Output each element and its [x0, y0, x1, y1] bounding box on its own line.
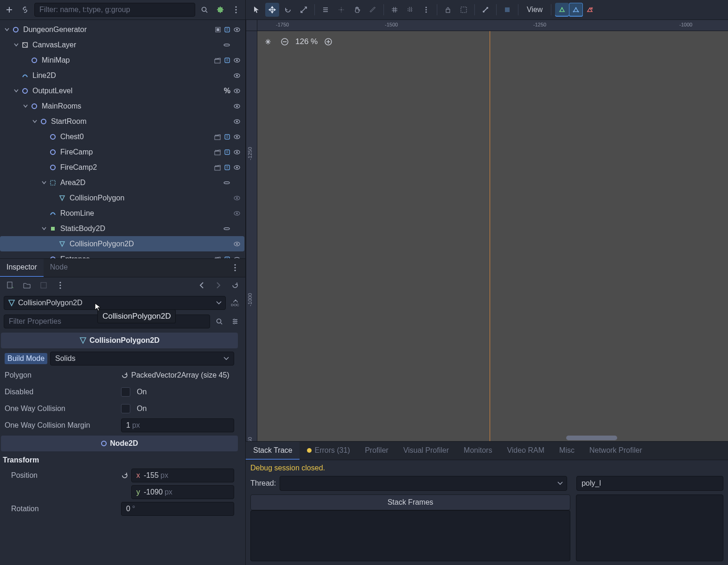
tab-video-ram[interactable]: Video RAM: [499, 442, 552, 460]
ruler-tool-icon[interactable]: [366, 3, 380, 17]
inspector-filter-settings-icon[interactable]: [229, 315, 242, 328]
doc-icon[interactable]: DOC: [229, 296, 242, 309]
expand-icon[interactable]: [3, 28, 11, 32]
tree-row[interactable]: Area2D: [0, 175, 244, 190]
eye-icon[interactable]: [233, 103, 241, 109]
script-icon[interactable]: [224, 26, 230, 33]
history-refresh-icon[interactable]: [229, 279, 242, 292]
rotate-tool-icon[interactable]: [281, 3, 295, 17]
tree-row[interactable]: RoomLine: [0, 205, 244, 221]
tab-network-profiler[interactable]: Network Profiler: [582, 442, 650, 460]
tree-row[interactable]: MiniMap: [0, 52, 244, 68]
inspector-object-select[interactable]: CollisionPolygon2D: [4, 296, 226, 310]
eye-icon[interactable]: [233, 88, 241, 94]
build-mode-select[interactable]: Solids: [50, 352, 234, 366]
revert-icon[interactable]: [121, 472, 128, 479]
tab-node[interactable]: Node: [44, 259, 74, 277]
scene-menu-icon[interactable]: [230, 3, 243, 16]
thread-select[interactable]: [280, 476, 567, 491]
expand-icon[interactable]: [12, 89, 20, 93]
tree-row[interactable]: FireCamp: [0, 144, 244, 160]
eye-icon[interactable]: [233, 118, 241, 125]
tree-row[interactable]: StaticBody2D: [0, 221, 244, 236]
tab-visual-profiler[interactable]: Visual Profiler: [396, 442, 456, 460]
expand-icon[interactable]: [31, 120, 39, 123]
poly-delete-icon[interactable]: [583, 3, 597, 17]
owc-checkbox[interactable]: [121, 404, 130, 413]
wrap-icon[interactable]: [223, 42, 230, 48]
eye-icon[interactable]: [233, 241, 241, 247]
tree-row[interactable]: FireCamp2: [0, 160, 244, 175]
pivot-tool-icon[interactable]: [334, 3, 348, 17]
lock-icon[interactable]: [441, 3, 455, 17]
tab-inspector[interactable]: Inspector: [0, 259, 44, 277]
wrap-icon[interactable]: [223, 226, 230, 231]
eyeh-icon[interactable]: [233, 210, 241, 217]
poly-create-icon[interactable]: [555, 3, 569, 17]
snap-grid-icon[interactable]: [388, 3, 402, 17]
tree-row[interactable]: StartRoom: [0, 114, 244, 129]
tree-row[interactable]: Entrance: [0, 251, 244, 258]
tab-profiler[interactable]: Profiler: [358, 442, 396, 460]
clap-icon[interactable]: [214, 134, 221, 140]
tree-row[interactable]: CollisionPolygon2D: [0, 236, 244, 251]
add-node-icon[interactable]: [3, 3, 16, 16]
ruler-vertical[interactable]: -1250-1000-750: [246, 31, 257, 441]
inspector-node2d-header[interactable]: Node2D: [1, 436, 238, 451]
inspector-body[interactable]: CollisionPolygon2D Build Mode Solids Pol…: [0, 331, 245, 565]
history-back-icon[interactable]: [195, 279, 208, 292]
clap-icon[interactable]: [214, 57, 221, 64]
new-resource-icon[interactable]: [4, 279, 17, 292]
tree-row[interactable]: Line2D: [0, 68, 244, 83]
scene-tool-icon[interactable]: [214, 3, 227, 16]
inspector-extra-menu-icon[interactable]: [54, 279, 67, 292]
expand-icon[interactable]: [21, 104, 30, 108]
tab-misc[interactable]: Misc: [552, 442, 582, 460]
pan-tool-icon[interactable]: [350, 3, 364, 17]
owcm-value-box[interactable]: 1 px: [121, 418, 234, 432]
tree-row[interactable]: DungeonGenerator: [0, 22, 244, 37]
clap-icon[interactable]: [214, 164, 221, 171]
polygon-value[interactable]: PackedVector2Array (size 45): [131, 371, 230, 379]
inspector-menu-icon[interactable]: [229, 261, 242, 274]
search-icon[interactable]: [198, 3, 211, 16]
history-fwd-icon[interactable]: [212, 279, 225, 292]
group-icon[interactable]: [457, 3, 471, 17]
zoom-text[interactable]: 126 %: [295, 37, 318, 46]
tree-row[interactable]: OutputLevel%: [0, 83, 244, 98]
eye-icon[interactable]: [233, 164, 241, 171]
select-tool-icon[interactable]: [249, 3, 263, 17]
snap-menu-icon[interactable]: [419, 3, 433, 17]
expand-icon[interactable]: [40, 181, 48, 185]
tab-errors[interactable]: Errors (31): [300, 442, 357, 460]
eyeh-icon[interactable]: [233, 195, 241, 201]
tree-row[interactable]: CollisionPolygon: [0, 190, 244, 205]
inspector-class-header[interactable]: CollisionPolygon2D: [1, 333, 238, 348]
eye-icon[interactable]: [233, 149, 241, 155]
wrap-icon[interactable]: [223, 180, 230, 186]
variables-list[interactable]: [576, 494, 723, 561]
script-icon[interactable]: [224, 164, 230, 171]
position-y-box[interactable]: y-1090 px: [131, 485, 234, 499]
eye-icon[interactable]: [233, 134, 241, 140]
horizontal-scrollbar[interactable]: [566, 436, 617, 440]
revert-icon[interactable]: [121, 372, 128, 379]
clap-icon[interactable]: [214, 149, 221, 155]
save-icon[interactable]: [37, 279, 50, 292]
scene-tree[interactable]: DungeonGeneratorCanvasLayerMiniMapLine2D…: [0, 20, 245, 258]
tab-stack-trace[interactable]: Stack Trace: [246, 442, 300, 460]
list-tool-icon[interactable]: [319, 3, 332, 17]
inspector-filter-search-icon[interactable]: [213, 315, 226, 328]
tree-row[interactable]: Chest0: [0, 129, 244, 144]
blank-icon[interactable]: [233, 179, 241, 187]
script-icon[interactable]: [224, 134, 230, 140]
expand-icon[interactable]: [12, 43, 20, 47]
ruler-horizontal[interactable]: -1750-1500-1250-1000: [257, 20, 728, 31]
rotation-box[interactable]: 0 °: [121, 502, 234, 516]
eye-icon[interactable]: [233, 57, 241, 64]
disabled-checkbox[interactable]: [121, 387, 130, 397]
pct-icon[interactable]: %: [224, 87, 230, 95]
poly-edit-icon[interactable]: [569, 3, 583, 17]
tab-monitors[interactable]: Monitors: [456, 442, 499, 460]
scale-tool-icon[interactable]: [297, 3, 311, 17]
